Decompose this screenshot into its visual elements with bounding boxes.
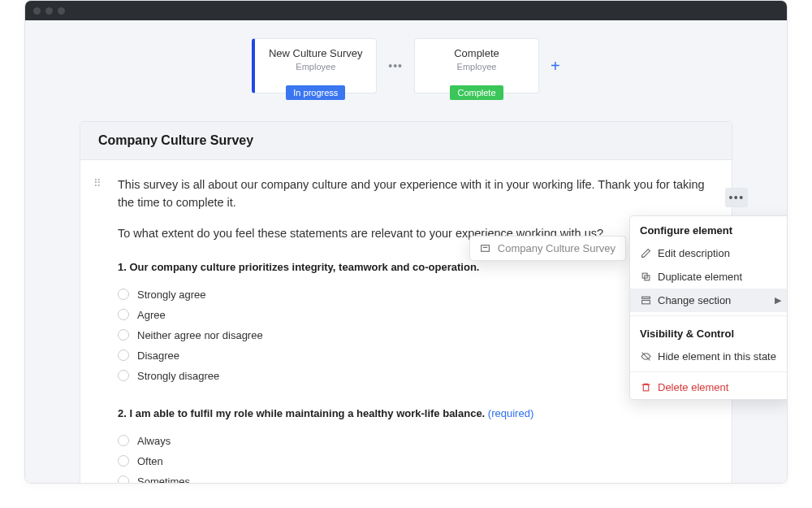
menu-item-label: Change section (658, 294, 731, 306)
context-menu: Configure element Edit description Dupli… (629, 215, 787, 400)
menu-item-duplicate[interactable]: Duplicate element (630, 265, 787, 289)
pencil-icon (640, 248, 651, 258)
copy-icon (640, 271, 651, 282)
option-row[interactable]: Often (118, 451, 709, 471)
option-label: Always (137, 435, 171, 447)
menu-separator (630, 371, 787, 372)
drag-handle-icon[interactable]: ⠿ (93, 181, 103, 186)
option-row[interactable]: Agree (118, 305, 709, 325)
trash-icon (640, 382, 651, 393)
menu-heading: Configure element (630, 216, 787, 241)
change-section-submenu[interactable]: Company Culture Survey (469, 236, 626, 261)
form-icon (480, 243, 491, 254)
menu-item-label: Edit description (658, 247, 730, 259)
submenu-label: Company Culture Survey (498, 242, 615, 254)
stage-title: New Culture Survey (261, 47, 369, 59)
option-row[interactable]: Disagree (118, 345, 709, 366)
option-row[interactable]: Always (118, 431, 709, 451)
window-control-min[interactable] (45, 7, 53, 15)
svg-rect-3 (641, 301, 650, 304)
section-icon (640, 295, 651, 306)
window-control-close[interactable] (33, 7, 41, 15)
survey-panel: Company Culture Survey ⠿ ••• Configure e… (80, 121, 732, 483)
option-label: Often (137, 455, 163, 467)
chevron-right-icon: ▶ (775, 295, 781, 306)
workflow-stages: New Culture Survey Employee In progress … (25, 20, 787, 108)
window-titlebar (25, 1, 787, 20)
eye-off-icon (640, 351, 651, 362)
question-title: 2. I am able to fulfil my role while mai… (118, 407, 709, 419)
option-label: Strongly disagree (137, 370, 219, 382)
radio-icon[interactable] (118, 435, 129, 446)
question-block: 2. I am able to fulfil my role while mai… (118, 407, 709, 484)
menu-item-label: Delete element (658, 381, 728, 393)
menu-item-change-section[interactable]: Change section ▶ (630, 289, 787, 312)
menu-item-hide[interactable]: Hide element in this state (630, 345, 787, 368)
menu-separator (630, 315, 787, 316)
radio-icon[interactable] (118, 309, 129, 320)
add-stage-button[interactable]: + (551, 57, 560, 76)
survey-intro: This survey is all about our company cul… (118, 176, 709, 212)
question-title: 1. Our company culture prioritizes integ… (118, 261, 709, 273)
menu-item-label: Hide element in this state (658, 350, 776, 363)
option-row[interactable]: Sometimes (118, 471, 709, 484)
svg-rect-2 (641, 297, 650, 298)
menu-item-label: Duplicate element (658, 271, 742, 283)
menu-item-delete[interactable]: Delete element (630, 376, 787, 399)
element-more-button[interactable]: ••• (725, 188, 748, 207)
option-label: Sometimes (137, 475, 190, 484)
app-window: New Culture Survey Employee In progress … (24, 0, 788, 484)
panel-body: ⠿ ••• Configure element Edit description… (80, 160, 732, 483)
question-block: 1. Our company culture prioritizes integ… (118, 261, 709, 386)
option-label: Strongly agree (137, 289, 206, 301)
required-label: (required) (488, 407, 533, 419)
radio-icon[interactable] (118, 455, 129, 467)
option-row[interactable]: Strongly disagree (118, 366, 709, 386)
option-label: Neither agree nor disagree (137, 329, 263, 341)
svg-rect-6 (482, 245, 490, 252)
radio-icon[interactable] (118, 350, 129, 361)
radio-icon[interactable] (118, 289, 129, 300)
option-label: Agree (137, 309, 166, 321)
stage-card[interactable]: New Culture Survey Employee In progress (252, 38, 377, 93)
options-list: Always Often Sometimes (118, 431, 709, 484)
window-control-max[interactable] (58, 7, 65, 15)
stage-title: Complete (421, 47, 532, 59)
menu-item-edit[interactable]: Edit description (630, 241, 787, 265)
option-label: Disagree (137, 350, 179, 362)
stage-role: Employee (261, 62, 369, 72)
panel-title: Company Culture Survey (80, 122, 732, 160)
question-text: 2. I am able to fulfil my role while mai… (118, 407, 485, 419)
option-row[interactable]: Neither agree nor disagree (118, 325, 709, 345)
options-list: Strongly agree Agree Neither agree nor d… (118, 284, 709, 386)
stage-badge: Complete (450, 85, 503, 100)
radio-icon[interactable] (118, 329, 129, 341)
app-body: New Culture Survey Employee In progress … (25, 20, 787, 483)
svg-rect-5 (643, 384, 649, 391)
stage-badge: In progress (286, 85, 345, 100)
stage-role: Employee (421, 62, 532, 72)
option-row[interactable]: Strongly agree (118, 284, 709, 305)
menu-heading: Visibility & Control (630, 319, 787, 345)
radio-icon[interactable] (118, 475, 129, 483)
radio-icon[interactable] (118, 370, 129, 381)
stage-card[interactable]: Complete Employee Complete (414, 38, 539, 93)
stage-ellipsis-icon: ••• (388, 59, 403, 72)
